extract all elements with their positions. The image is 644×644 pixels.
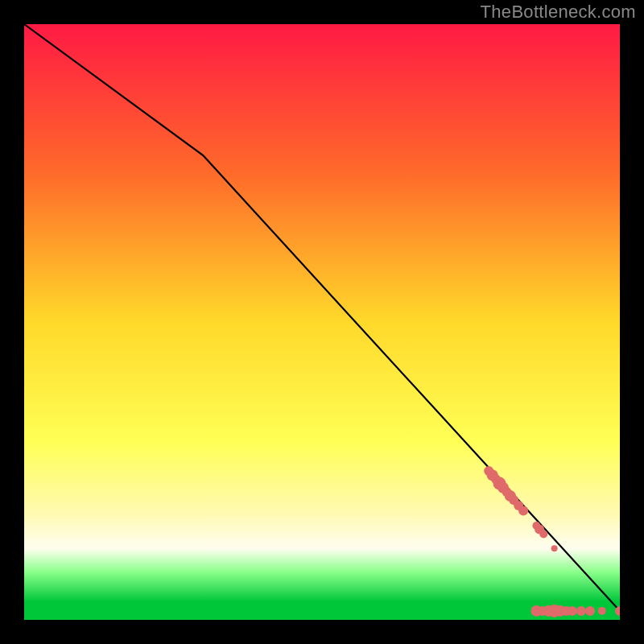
plot-area <box>24 24 620 620</box>
scatter-point <box>518 506 528 516</box>
chart-svg <box>24 24 620 620</box>
gradient-background <box>24 24 620 620</box>
scatter-point <box>585 606 595 616</box>
scatter-point <box>568 606 577 616</box>
scatter-point <box>598 607 606 615</box>
watermark-text: TheBottleneck.com <box>481 2 636 23</box>
scatter-point <box>539 530 547 538</box>
chart-frame: TheBottleneck.com <box>0 0 644 644</box>
scatter-point <box>576 606 586 616</box>
scatter-point <box>551 545 558 551</box>
